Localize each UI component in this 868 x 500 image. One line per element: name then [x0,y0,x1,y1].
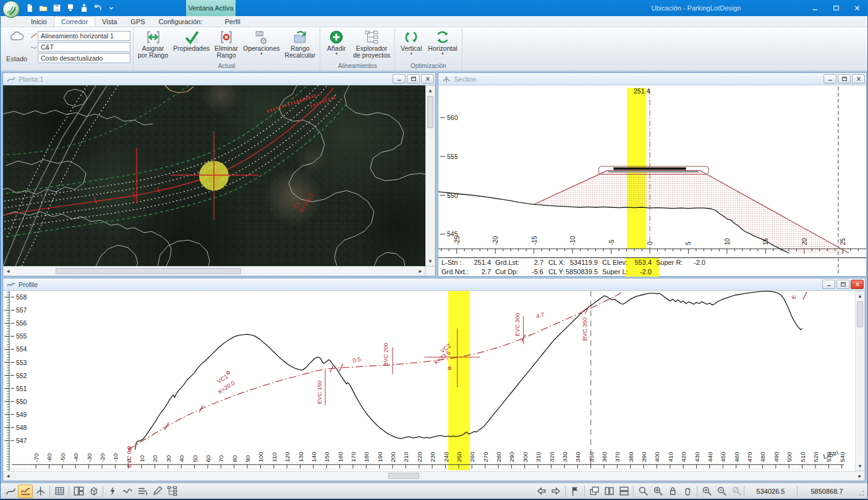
estado-button[interactable]: Estado [4,29,29,71]
new-file-icon[interactable] [24,2,35,14]
svg-text:520: 520 [812,452,819,462]
section-tool-icon[interactable] [33,485,48,498]
plan-vertical-scrollbar[interactable]: ▲ ▼ [425,85,435,266]
ribbon-button-vertical[interactable]: Vertical▾ [397,28,425,57]
export-icon[interactable] [79,2,90,14]
svg-text:20: 20 [151,455,158,462]
profile-plot[interactable]: 547548549550551552553554555556557558-70-… [3,291,855,471]
customize-dropdown-icon[interactable] [106,2,117,14]
profile-tool-icon[interactable] [18,485,33,498]
svg-text:170: 170 [350,452,357,462]
ribbon-button-eliminar-rango[interactable]: Eliminar Rango [212,28,240,60]
plan-horizontal-scrollbar[interactable]: ◄ ► [3,266,425,276]
ribbon-button-label: Propiedades [173,45,210,52]
scroll-left-icon[interactable]: ◄ [4,267,12,275]
design-profile-line [129,292,623,450]
app-logo-icon[interactable] [2,1,20,18]
zoom-in-icon[interactable] [699,485,714,498]
maximize-window-button[interactable] [825,0,846,16]
ct-field[interactable] [38,42,130,52]
planta-close-button[interactable] [421,74,434,84]
readout-value: 251.4 [454,259,491,266]
dropdown-arrow-icon: ▾ [260,52,263,56]
section-minimize-button[interactable] [823,74,836,84]
tab-configuración[interactable]: Configuración: [152,17,210,27]
scroll-up-icon[interactable]: ▲ [426,86,435,95]
profile-minimize-button[interactable] [822,280,835,289]
tab-inicio[interactable]: Inicio [24,17,54,27]
panels-tool-icon[interactable] [71,485,86,498]
section-close-button[interactable] [852,74,865,84]
minimize-window-button[interactable] [804,0,825,16]
section-readout: L-Stn :251.4Grd.Lst:2.7CL X:534119.9CL E… [438,257,866,276]
zoom-window-icon[interactable] [636,485,650,498]
cascade-icon[interactable] [587,485,602,498]
profile-horizontal-scrollbar[interactable]: ◄ ► [3,471,865,481]
offsets-tool-icon[interactable] [135,485,150,498]
ribbon-button-asignar-por-rango[interactable]: Asignar por Rango [135,28,171,60]
planta-maximize-button[interactable] [407,74,420,84]
cube-tool-icon[interactable] [86,485,101,498]
ribbon-button-añadir[interactable]: Añadir▾ [322,28,351,57]
profile-annotation: BVC 350 [581,317,588,341]
dropdown-arrow-icon: ▾ [335,52,338,56]
section-titlebar[interactable]: Section [438,73,866,85]
alignment-tool-icon[interactable] [3,485,18,498]
pan-icon[interactable] [680,485,695,498]
svg-text:50: 50 [192,455,198,462]
tab-perfil[interactable]: Perfil [218,17,247,27]
plan-map-canvas[interactable]: C1 R=105.0 [3,85,425,266]
ribbon-button-horizontal[interactable]: Horizontal▾ [425,28,459,57]
zoom-previous-icon[interactable] [729,485,744,498]
scroll-right-icon[interactable]: ► [856,472,864,480]
grid-tool-icon[interactable] [52,485,67,498]
planta-titlebar[interactable]: Planta:1 [3,73,435,85]
tab-corredor[interactable]: Corredor [54,16,95,27]
horizontal-alignment-field[interactable] [38,31,130,41]
section-plot[interactable]: 560555550545-25-20-15-10-50510152025251.… [438,85,866,257]
planta-minimize-button[interactable] [393,74,406,84]
import-icon[interactable] [65,2,76,14]
tile-horizontal-icon[interactable] [616,485,631,498]
lock-zoom-icon[interactable] [665,485,680,498]
zoom-out-icon[interactable] [714,485,729,498]
svg-text:-30: -30 [86,453,93,462]
cost-status-field[interactable] [38,53,130,63]
wave-tool-icon[interactable] [120,485,135,498]
zoom-extents-icon[interactable] [650,485,665,498]
profile-close-button[interactable] [851,280,864,289]
section-maximize-button[interactable] [838,74,851,84]
svg-text:500: 500 [786,452,793,462]
tree-tool-icon[interactable] [164,485,179,498]
readout-value: 2.7 [454,268,491,275]
undo-icon[interactable] [92,2,103,14]
profile-vertical-scrollbar[interactable]: ▲ ▼ [855,291,865,471]
tab-vista[interactable]: Vista [95,17,124,27]
svg-text:551: 551 [16,386,27,392]
bolt-tool-icon[interactable] [105,485,120,498]
scroll-down-icon[interactable]: ▼ [426,257,435,265]
open-folder-icon[interactable] [38,2,49,14]
ribbon-button-operaciones[interactable]: ⚙Operaciones▾ [240,28,283,57]
scroll-down-icon[interactable]: ▼ [856,462,864,470]
save-icon[interactable] [51,2,62,14]
profile-maximize-button[interactable] [836,280,849,289]
resize-grip[interactable] [857,486,865,497]
scroll-right-icon[interactable]: ► [416,267,425,275]
svg-text:100: 100 [257,452,264,462]
prev-arrow-icon[interactable] [534,485,548,498]
next-arrow-icon[interactable] [548,485,563,498]
ribbon-button-explorador-de-proyectos[interactable]: Explorador de proyectos [351,28,393,60]
scroll-left-icon[interactable]: ◄ [4,472,12,480]
tile-vertical-icon[interactable] [602,485,616,498]
tab-gps[interactable]: GPS [124,17,151,27]
scroll-up-icon[interactable]: ▲ [856,291,864,300]
cloud-icon [6,39,27,46]
flag-icon[interactable] [568,485,582,498]
ribbon-button-propiedades[interactable]: Propiedades [171,28,212,53]
close-window-button[interactable] [846,0,867,16]
ribbon-button-rango-recalcular[interactable]: Rango Recalcular [283,28,318,60]
edit-tool-icon[interactable] [150,485,164,498]
svg-text:556: 556 [16,320,27,327]
profile-titlebar[interactable]: Profile [3,278,865,291]
